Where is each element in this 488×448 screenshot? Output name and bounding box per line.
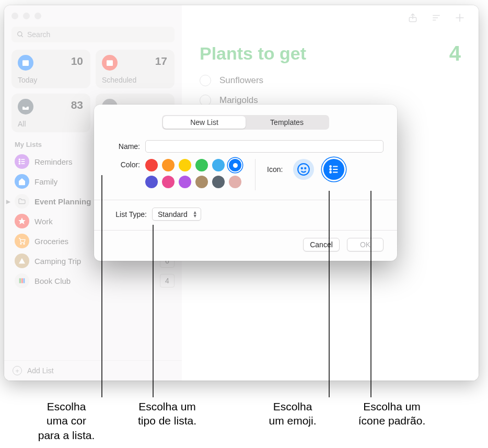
color-swatch[interactable] <box>145 159 158 171</box>
svg-rect-4 <box>107 60 113 66</box>
svg-point-23 <box>298 164 310 175</box>
add-list-button[interactable]: + Add List <box>4 360 182 381</box>
svg-point-13 <box>24 243 25 244</box>
color-swatch[interactable] <box>179 159 191 171</box>
smart-today-count: 10 <box>71 55 83 67</box>
svg-point-28 <box>330 169 332 170</box>
color-swatch[interactable] <box>229 176 241 188</box>
share-icon[interactable] <box>408 12 418 24</box>
smiley-icon <box>297 163 310 176</box>
smart-scheduled-label: Scheduled <box>102 76 136 84</box>
close-dot[interactable] <box>11 13 18 19</box>
smart-today[interactable]: 10 Today <box>11 50 90 88</box>
tab-templates[interactable]: Templates <box>246 116 328 129</box>
window-controls[interactable] <box>4 10 182 27</box>
sidebar-item-label: Reminders <box>34 157 73 166</box>
sidebar-item-label: Event Planning <box>34 197 91 206</box>
sort-icon[interactable] <box>431 13 442 22</box>
color-swatches <box>145 159 243 190</box>
name-label: Name: <box>108 142 145 151</box>
new-list-dialog: New List Templates Name: Color: Icon: Li… <box>94 105 397 261</box>
reminder-item[interactable]: Sunflowers <box>182 71 479 90</box>
zoom-dot[interactable] <box>34 13 41 19</box>
search-placeholder: Search <box>27 30 50 39</box>
sidebar-item-label: Family <box>34 177 57 186</box>
callout-type: Escolha umtipo de lista. <box>125 399 209 428</box>
ok-button[interactable]: OK <box>347 238 384 251</box>
sidebar-item-label: Camping Trip <box>34 257 81 266</box>
color-swatch[interactable] <box>195 176 208 188</box>
smart-scheduled[interactable]: 17 Scheduled <box>96 50 175 88</box>
svg-point-30 <box>330 171 332 173</box>
search-input[interactable]: Search <box>11 27 175 42</box>
search-icon <box>17 31 24 38</box>
list-type-select[interactable]: Standard ▲▼ <box>152 208 201 221</box>
list-count: 4 <box>449 42 461 65</box>
sidebar-item-book-club[interactable]: Book Club4 <box>4 271 182 291</box>
smart-all-label: All <box>18 120 26 128</box>
svg-rect-14 <box>19 278 21 283</box>
sidebar-item-count: 4 <box>160 274 175 288</box>
smart-scheduled-count: 17 <box>155 55 167 67</box>
icon-label: Icon: <box>267 165 283 174</box>
list-type-value: Standard <box>158 210 188 219</box>
calendar-icon <box>18 55 33 71</box>
smart-today-label: Today <box>18 76 37 84</box>
reminder-title: Marigolds <box>219 95 258 106</box>
list-icon <box>328 164 340 175</box>
home-icon <box>15 174 29 189</box>
color-swatch[interactable] <box>229 159 241 171</box>
smart-all-count: 83 <box>71 99 83 111</box>
callout-color: Escolhauma corpara a lista. <box>11 399 121 442</box>
tab-new-list[interactable]: New List <box>163 116 246 129</box>
color-swatch[interactable] <box>162 159 175 171</box>
color-label: Color: <box>108 159 145 169</box>
svg-marker-11 <box>18 217 25 224</box>
svg-point-9 <box>19 163 20 164</box>
standard-icon-button[interactable] <box>323 159 344 180</box>
cart-icon <box>15 234 29 248</box>
svg-point-24 <box>301 168 303 169</box>
color-swatch[interactable] <box>195 159 208 171</box>
toolbar <box>182 5 479 30</box>
emoji-picker-button[interactable] <box>293 159 314 180</box>
svg-point-0 <box>18 32 22 36</box>
color-swatch[interactable] <box>212 159 225 171</box>
color-swatch[interactable] <box>179 176 191 188</box>
select-arrows-icon: ▲▼ <box>193 211 197 218</box>
list-title: Plants to get <box>200 43 306 64</box>
reminder-title: Sunflowers <box>219 75 263 86</box>
svg-point-25 <box>305 168 306 169</box>
cancel-button[interactable]: Cancel <box>303 238 340 251</box>
name-input[interactable] <box>145 140 384 153</box>
color-swatch[interactable] <box>212 176 225 188</box>
calendar-icon <box>102 55 118 71</box>
sidebar-item-label: Book Club <box>34 277 71 285</box>
color-swatch[interactable] <box>145 176 158 188</box>
svg-rect-15 <box>21 278 23 283</box>
svg-line-1 <box>21 36 23 37</box>
divider <box>255 159 255 190</box>
tent-icon <box>15 254 29 268</box>
tray-icon <box>18 99 33 114</box>
sidebar-item-label: Work <box>34 217 53 226</box>
dialog-tabs[interactable]: New List Templates <box>162 115 329 130</box>
add-icon[interactable] <box>455 13 465 23</box>
chevron-right-icon[interactable]: ▶ <box>6 199 10 204</box>
callout-icon: Escolha umícone padrão. <box>345 399 439 428</box>
folder-icon <box>15 194 29 209</box>
svg-point-26 <box>330 166 332 167</box>
sidebar-item-label: Groceries <box>34 237 68 246</box>
minimize-dot[interactable] <box>23 13 30 19</box>
list-type-label: List Type: <box>108 210 152 219</box>
svg-point-5 <box>19 159 20 160</box>
star-icon <box>15 214 29 228</box>
svg-rect-16 <box>24 278 25 283</box>
list-icon <box>15 154 29 169</box>
books-icon <box>15 273 29 288</box>
color-swatch[interactable] <box>162 176 175 188</box>
radio-icon[interactable] <box>200 75 211 86</box>
smart-all[interactable]: 83 All <box>11 94 90 132</box>
add-list-label: Add List <box>27 366 54 375</box>
svg-point-7 <box>19 161 20 162</box>
